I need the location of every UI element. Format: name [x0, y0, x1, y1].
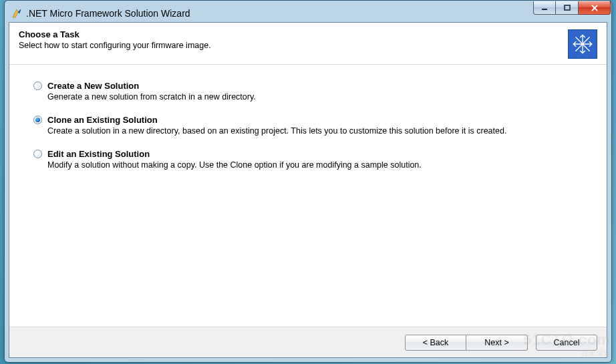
wizard-logo	[568, 29, 597, 59]
svg-rect-3	[565, 5, 570, 10]
radio-icon[interactable]	[33, 116, 42, 124]
wizard-header: Choose a Task Select how to start config…	[9, 23, 607, 64]
window-title: .NET Micro Framework Solution Wizard	[26, 8, 606, 19]
next-button[interactable]: Next >	[466, 335, 528, 351]
snowflake-icon	[571, 33, 594, 55]
client-area: Choose a Task Select how to start config…	[9, 22, 607, 358]
svg-marker-0	[13, 9, 18, 17]
option-label: Clone an Existing Solution	[47, 115, 583, 125]
wizard-window: .NET Micro Framework Solution Wizard Cho…	[4, 0, 612, 363]
radio-icon[interactable]	[33, 81, 42, 90]
back-button[interactable]: < Back	[405, 335, 466, 351]
option-label: Create a New Solution	[47, 81, 583, 91]
svg-marker-1	[18, 9, 21, 13]
window-controls	[533, 1, 611, 15]
option-description: Modify a solution without making a copy.…	[47, 160, 583, 170]
option-description: Generate a new solution from scratch in …	[47, 92, 583, 102]
minimize-icon	[541, 5, 549, 11]
option-edit-existing[interactable]: Edit an Existing Solution Modify a solut…	[33, 149, 583, 170]
app-icon	[11, 8, 22, 19]
option-clone-existing[interactable]: Clone an Existing Solution Create a solu…	[33, 115, 583, 136]
wizard-footer: < Back Next > Cancel	[9, 327, 607, 357]
option-label: Edit an Existing Solution	[47, 149, 583, 159]
option-create-new[interactable]: Create a New Solution Generate a new sol…	[33, 81, 583, 102]
title-bar[interactable]: .NET Micro Framework Solution Wizard	[9, 5, 607, 22]
minimize-button[interactable]	[533, 1, 556, 15]
page-subtitle: Select how to start configuring your fir…	[19, 41, 561, 50]
radio-icon[interactable]	[33, 150, 42, 158]
maximize-button[interactable]	[556, 1, 579, 15]
close-button[interactable]	[579, 1, 611, 15]
option-description: Create a solution in a new directory, ba…	[47, 126, 583, 136]
maximize-icon	[563, 5, 571, 11]
page-title: Choose a Task	[19, 29, 561, 39]
svg-rect-2	[542, 9, 547, 10]
close-icon	[591, 5, 599, 11]
cancel-button[interactable]: Cancel	[536, 335, 597, 351]
wizard-content: Create a New Solution Generate a new sol…	[9, 65, 607, 327]
